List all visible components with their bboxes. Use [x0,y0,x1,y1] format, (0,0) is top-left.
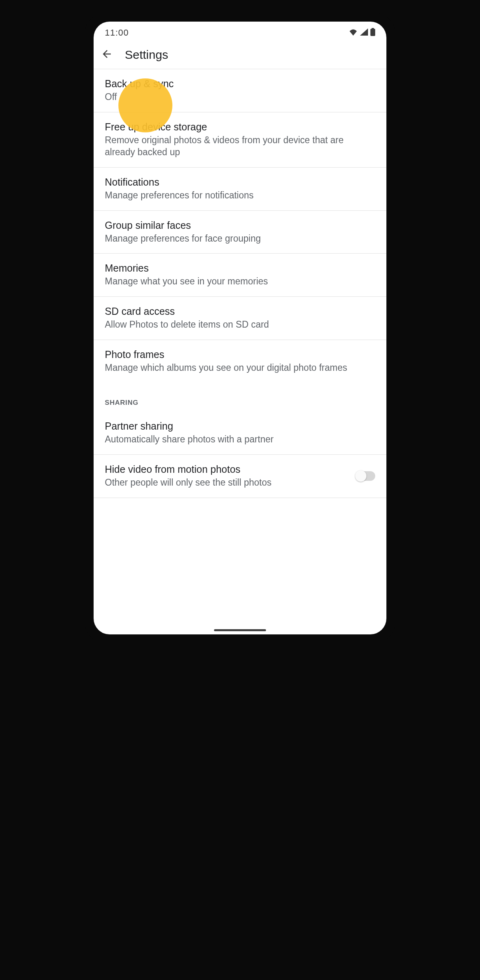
toggle-hide-video[interactable] [356,471,375,481]
section-header-sharing: SHARING [94,383,386,412]
setting-subtitle: Allow Photos to delete items on SD card [105,319,375,331]
device-button [396,260,398,312]
setting-subtitle: Manage preferences for face grouping [105,233,375,245]
setting-subtitle: Other people will only see the still pho… [105,477,356,489]
signal-icon [360,28,368,37]
app-bar: Settings [94,41,386,69]
setting-subtitle: Manage which albums you see on your digi… [105,362,375,374]
setting-item-sd-card[interactable]: SD card access Allow Photos to delete it… [94,297,386,340]
setting-subtitle: Manage what you see in your memories [105,276,375,288]
setting-item-group-faces[interactable]: Group similar faces Manage preferences f… [94,211,386,254]
toggle-knob [355,470,366,482]
setting-title: Memories [105,262,375,274]
status-time: 11:00 [105,28,129,38]
setting-subtitle: Manage preferences for notifications [105,190,375,202]
setting-title: Notifications [105,176,375,188]
setting-title: Photo frames [105,349,375,360]
setting-title: Partner sharing [105,420,375,432]
setting-item-notifications[interactable]: Notifications Manage preferences for not… [94,168,386,211]
setting-subtitle: Automatically share photos with a partne… [105,434,375,446]
setting-title: Group similar faces [105,220,375,231]
device-frame: 11:00 Settings Back up & sync Off Free u… [84,12,396,644]
setting-subtitle: Remove original photos & videos from you… [105,134,375,158]
setting-item-backup-sync[interactable]: Back up & sync Off [94,69,386,112]
setting-item-hide-video[interactable]: Hide video from motion photos Other peop… [94,455,386,498]
status-bar: 11:00 [94,25,386,41]
screen: 11:00 Settings Back up & sync Off Free u… [94,22,386,634]
svg-rect-0 [370,29,375,36]
setting-item-partner-sharing[interactable]: Partner sharing Automatically share phot… [94,412,386,455]
status-icons [349,28,375,38]
device-button [396,148,398,176]
setting-item-memories[interactable]: Memories Manage what you see in your mem… [94,254,386,297]
setting-item-free-up-storage[interactable]: Free up device storage Remove original p… [94,112,386,168]
page-title: Settings [125,48,168,62]
setting-title: Hide video from motion photos [105,464,356,475]
battery-icon [370,28,375,38]
setting-item-photo-frames[interactable]: Photo frames Manage which albums you see… [94,340,386,383]
settings-content[interactable]: Back up & sync Off Free up device storag… [94,69,386,634]
setting-title: Back up & sync [105,78,375,90]
device-button [396,192,398,244]
home-indicator[interactable] [214,629,266,631]
setting-subtitle: Off [105,91,375,103]
svg-rect-1 [372,28,374,29]
setting-title: SD card access [105,306,375,317]
back-icon[interactable] [101,48,113,62]
wifi-icon [349,28,358,37]
setting-title: Free up device storage [105,121,375,133]
